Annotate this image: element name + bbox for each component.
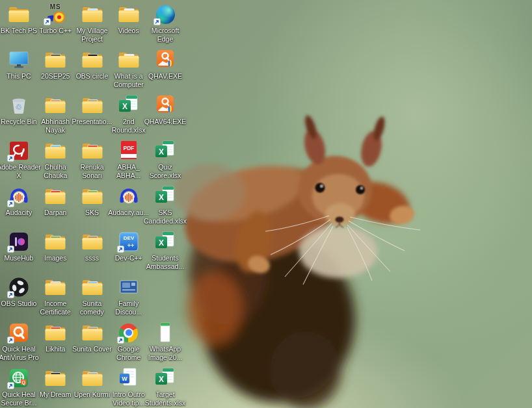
desktop-icon-my-village-project[interactable]: My Village Project	[74, 4, 111, 44]
desktop-icon-recycle-bin[interactable]: ♲Recycle Bin	[1, 95, 37, 126]
desktop-icon-sunita-cover[interactable]: Sunita Cover	[74, 322, 111, 353]
turbo-cpp-icon: MS	[44, 4, 66, 25]
desktop-icon-qhav64-exe[interactable]: QHAV64.EXE	[147, 95, 183, 126]
excel-icon: X	[154, 368, 176, 389]
svg-text:Q: Q	[21, 380, 25, 385]
desktop-icon-chulha-chauka[interactable]: Chulha Chauka	[37, 140, 73, 180]
folder-icon	[44, 186, 66, 207]
desktop-icon-obs-circle[interactable]: OBS circle	[74, 49, 111, 81]
dev-cpp-icon: DEV++	[118, 231, 140, 252]
desktop-icon-audacity-au[interactable]: Audacity.au...	[111, 186, 147, 217]
folder-icon	[44, 95, 66, 116]
folder-icon	[44, 368, 66, 389]
svg-text:++: ++	[127, 242, 134, 249]
desktop-icon-presentatio[interactable]: Presentatio...	[74, 95, 111, 126]
desktop-icon-videos[interactable]: Videos	[111, 4, 147, 35]
shortcut-arrow-icon	[7, 200, 14, 207]
shortcut-arrow-icon	[44, 18, 51, 25]
shortcut-arrow-icon	[7, 246, 14, 253]
desktop-icon-sks[interactable]: SKS	[74, 186, 111, 217]
excel-icon: X	[118, 95, 140, 116]
svg-text:X: X	[159, 193, 164, 202]
desktop-icon-whatsapp-image-20[interactable]: WhatsApp Image 20...	[147, 322, 183, 362]
desktop-icon-likhita[interactable]: Likhita	[37, 322, 73, 353]
folder-icon	[8, 4, 30, 25]
desktop-icon-turbo-c[interactable]: MSTurbo C++	[37, 4, 73, 35]
folder-icon	[44, 322, 66, 343]
adobe-icon	[8, 140, 30, 161]
folder-icon	[81, 186, 103, 207]
desktop-icon-darpan[interactable]: Darpan	[37, 186, 73, 217]
icon-label: WhatsApp Image 20...	[143, 345, 187, 362]
folder-icon	[44, 231, 66, 252]
excel-icon: X	[154, 186, 176, 207]
desktop-icon-my-dream[interactable]: My Dream	[37, 368, 73, 399]
desktop-icon-bk-tech-ps[interactable]: BK Tech PS	[1, 4, 37, 35]
folder-icon	[81, 140, 103, 161]
desktop-icon-google-chrome[interactable]: Google Chrome	[111, 322, 147, 362]
svg-text:PDF: PDF	[123, 145, 134, 151]
svg-text:W: W	[122, 376, 127, 382]
folder-icon	[118, 4, 140, 25]
desktop-icon-sunita-comedy[interactable]: Sunita comedy	[74, 277, 111, 316]
desktop-icon-target-students-xlsx[interactable]: XTarget Students.xlsx	[147, 368, 183, 407]
desktop-icon-quick-heal-antivirus-pro[interactable]: Quick Heal AntiVirus Pro	[1, 322, 37, 362]
folder-icon	[81, 4, 103, 25]
image-blue-icon	[118, 277, 140, 298]
qh-av-icon	[8, 322, 30, 343]
folder-icon	[81, 277, 103, 298]
desktop-icon-obs-studio[interactable]: OBS Studio	[1, 277, 37, 308]
image-whatsapp-icon	[154, 322, 176, 343]
desktop-icon-family-discou[interactable]: Family Discou...	[111, 277, 147, 316]
icon-label: Family Discou...	[107, 300, 151, 316]
pdf-icon: PDF	[118, 140, 140, 161]
chrome-icon	[118, 322, 140, 343]
shortcut-arrow-icon	[117, 246, 124, 253]
desktop-icon-grid: BK Tech PSMSTurbo C++My Village ProjectV…	[0, 0, 532, 408]
folder-icon	[44, 140, 66, 161]
desktop-icon-upen-kurmi[interactable]: Upen Kurmi	[74, 368, 111, 399]
audacity-icon	[8, 186, 30, 207]
desktop-icon-images[interactable]: Images	[37, 231, 73, 262]
desktop-icon-quick-heal-secure-br[interactable]: QQuick Heal Secure Br...	[1, 368, 37, 407]
desktop-icon-abha-abha[interactable]: PDFABHA_ ABHA...	[111, 140, 147, 180]
folder-icon	[81, 95, 103, 116]
desktop-icon-abhinash-nayak[interactable]: Abhinash Nayak	[37, 95, 73, 134]
desktop-icon-qhav-exe[interactable]: QHAV.EXE	[147, 49, 183, 81]
shortcut-arrow-icon	[7, 382, 14, 389]
desktop-icon-intro-outro-video-tip[interactable]: WIntro Outro Video tip...	[111, 368, 147, 407]
desktop-icon-ssss[interactable]: ssss	[74, 231, 111, 262]
musehub-icon	[8, 231, 30, 252]
desktop-icon-students-ambassad[interactable]: XStudents Ambassad...	[147, 231, 183, 271]
desktop-icon-this-pc[interactable]: This PC	[1, 49, 37, 81]
folder-icon	[44, 277, 66, 298]
edge-icon	[154, 4, 176, 25]
recycle-bin-icon: ♲	[8, 95, 30, 116]
svg-text:X: X	[159, 375, 164, 384]
shortcut-arrow-icon	[7, 155, 14, 162]
folder-icon	[81, 368, 103, 389]
svg-text:♲: ♲	[16, 103, 23, 112]
desktop-icon-quiz-score-xlsx[interactable]: XQuiz Score.xlsx	[147, 140, 183, 180]
desktop-icon-2nd-round-xlsx[interactable]: X2nd Round.xlsx	[111, 95, 147, 134]
icon-label: QHAV64.EXE	[143, 118, 187, 126]
desktop-icon-20sep25[interactable]: 20SEP25	[37, 49, 73, 81]
shortcut-arrow-icon	[117, 337, 124, 344]
qh-secure-icon: Q	[8, 368, 30, 389]
desktop-icon-audacity[interactable]: Audacity	[1, 186, 37, 217]
desktop-icon-dev-c[interactable]: DEV++Dev-C++	[111, 231, 147, 262]
desktop-icon-what-is-a-computer[interactable]: What is a Computer	[111, 49, 147, 89]
audacity-icon	[118, 186, 140, 207]
desktop-icon-adobe-reader-x[interactable]: Adobe Reader X	[1, 140, 37, 180]
desktop-icon-renuka-sonari[interactable]: Renuka Sonari	[74, 140, 111, 180]
desktop-icon-sks-candided-xlsx[interactable]: XSKS Candided.xlsx	[147, 186, 183, 225]
desktop-icon-microsoft-edge[interactable]: Microsoft Edge	[147, 4, 183, 44]
icon-label: Microsoft Edge	[143, 27, 187, 44]
svg-text:X: X	[122, 102, 127, 111]
word-icon: W	[118, 368, 140, 389]
desktop-icon-musehub[interactable]: MuseHub	[1, 231, 37, 262]
desktop-icon-income-certificate[interactable]: Income Certificate	[37, 277, 73, 316]
shortcut-arrow-icon	[7, 291, 14, 298]
folder-icon	[81, 322, 103, 343]
qh-installer-icon	[154, 49, 176, 70]
